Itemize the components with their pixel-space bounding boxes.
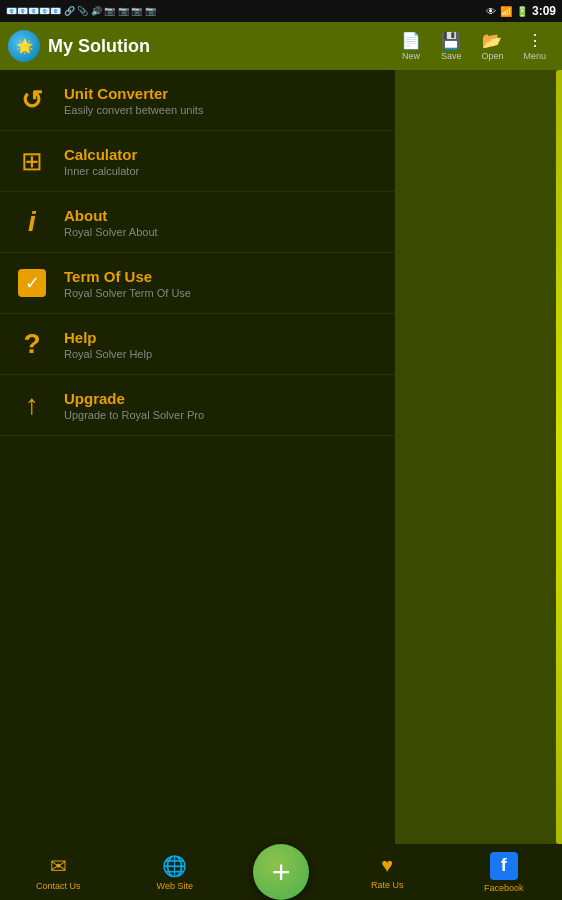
rate-us-label: Rate Us — [371, 880, 404, 890]
status-right: 👁 📶 🔋 3:09 — [486, 4, 556, 18]
notification-icons: 📧📧📧📧📧 🔗 📎 🔊 📷 📷 📷 📷 — [6, 6, 156, 16]
about-title: About — [64, 207, 158, 224]
email-icon: ✉ — [50, 854, 67, 878]
term-icon-container: ✓ — [14, 265, 50, 301]
content-area — [395, 70, 562, 844]
toolbar-actions: 📄 New 💾 Save 📂 Open ⋮ Menu — [393, 27, 554, 65]
about-subtitle: Royal Solver About — [64, 226, 158, 238]
plus-icon: + — [272, 856, 291, 888]
checkmark-icon: ✓ — [18, 269, 46, 297]
unit-converter-title: Unit Converter — [64, 85, 203, 102]
menu-item-help[interactable]: ? Help Royal Solver Help — [0, 314, 395, 375]
term-title: Term Of Use — [64, 268, 191, 285]
eye-icon: 👁 — [486, 6, 496, 17]
calculator-icon-container: ⊞ — [14, 143, 50, 179]
upgrade-icon: ↑ — [25, 389, 39, 421]
new-icon: 📄 — [401, 31, 421, 50]
main-content: ↺ Unit Converter Easily convert between … — [0, 70, 562, 844]
question-icon: ? — [23, 328, 40, 360]
sidebar: ↺ Unit Converter Easily convert between … — [0, 70, 395, 844]
unit-converter-text: Unit Converter Easily convert between un… — [64, 85, 203, 116]
web-site-button[interactable]: 🌐 Web Site — [117, 850, 234, 895]
fab-button[interactable]: + — [253, 844, 309, 900]
bottom-bar: ✉ Contact Us 🌐 Web Site + ♥ Rate Us f Fa… — [0, 844, 562, 900]
open-icon: 📂 — [482, 31, 502, 50]
save-button[interactable]: 💾 Save — [433, 27, 470, 65]
menu-item-upgrade[interactable]: ↑ Upgrade Upgrade to Royal Solver Pro — [0, 375, 395, 436]
status-bar: 📧📧📧📧📧 🔗 📎 🔊 📷 📷 📷 📷 👁 📶 🔋 3:09 — [0, 0, 562, 22]
facebook-label: Facebook — [484, 883, 524, 893]
save-label: Save — [441, 51, 462, 61]
web-site-label: Web Site — [157, 881, 193, 891]
facebook-icon: f — [490, 852, 518, 880]
upgrade-text: Upgrade Upgrade to Royal Solver Pro — [64, 390, 204, 421]
menu-item-about[interactable]: i About Royal Solver About — [0, 192, 395, 253]
heart-icon: ♥ — [381, 854, 393, 877]
unit-converter-subtitle: Easily convert between units — [64, 104, 203, 116]
new-label: New — [402, 51, 420, 61]
menu-label: Menu — [523, 51, 546, 61]
calculator-title: Calculator — [64, 146, 139, 163]
help-icon-container: ? — [14, 326, 50, 362]
help-title: Help — [64, 329, 152, 346]
about-text: About Royal Solver About — [64, 207, 158, 238]
app-logo: 🌟 — [8, 30, 40, 62]
menu-button[interactable]: ⋮ Menu — [515, 27, 554, 65]
help-text: Help Royal Solver Help — [64, 329, 152, 360]
menu-icon: ⋮ — [527, 31, 543, 50]
save-icon: 💾 — [441, 31, 461, 50]
calculator-text: Calculator Inner calculator — [64, 146, 139, 177]
toolbar: 🌟 My Solution 📄 New 💾 Save 📂 Open ⋮ Menu — [0, 22, 562, 70]
globe-icon: 🌐 — [162, 854, 187, 878]
menu-item-unit-converter[interactable]: ↺ Unit Converter Easily convert between … — [0, 70, 395, 131]
info-icon: i — [28, 206, 36, 238]
facebook-button[interactable]: f Facebook — [446, 848, 563, 897]
term-subtitle: Royal Solver Term Of Use — [64, 287, 191, 299]
term-text: Term Of Use Royal Solver Term Of Use — [64, 268, 191, 299]
calculator-subtitle: Inner calculator — [64, 165, 139, 177]
contact-us-button[interactable]: ✉ Contact Us — [0, 850, 117, 895]
app-title: My Solution — [48, 36, 385, 57]
battery-icon: 🔋 — [516, 6, 528, 17]
open-button[interactable]: 📂 Open — [473, 27, 511, 65]
new-button[interactable]: 📄 New — [393, 27, 429, 65]
menu-item-term-of-use[interactable]: ✓ Term Of Use Royal Solver Term Of Use — [0, 253, 395, 314]
upgrade-title: Upgrade — [64, 390, 204, 407]
menu-item-calculator[interactable]: ⊞ Calculator Inner calculator — [0, 131, 395, 192]
upgrade-icon-container: ↑ — [14, 387, 50, 423]
calculator-icon: ⊞ — [21, 146, 43, 177]
upgrade-subtitle: Upgrade to Royal Solver Pro — [64, 409, 204, 421]
about-icon-container: i — [14, 204, 50, 240]
rate-us-button[interactable]: ♥ Rate Us — [329, 850, 446, 894]
wifi-icon: 📶 — [500, 6, 512, 17]
clock: 3:09 — [532, 4, 556, 18]
scroll-indicator — [556, 70, 562, 844]
arrows-icon: ↺ — [21, 85, 43, 116]
contact-us-label: Contact Us — [36, 881, 81, 891]
unit-converter-icon-container: ↺ — [14, 82, 50, 118]
open-label: Open — [481, 51, 503, 61]
help-subtitle: Royal Solver Help — [64, 348, 152, 360]
